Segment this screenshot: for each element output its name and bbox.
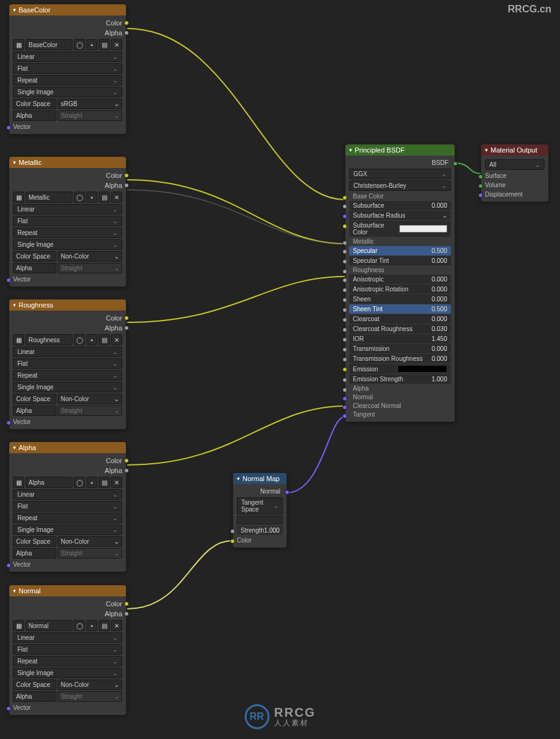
users-icon[interactable]: ◯	[74, 334, 85, 345]
output-color[interactable]: Color	[9, 456, 126, 466]
interpolation-dropdown[interactable]: Linear⌄	[13, 51, 122, 62]
input-subsurfRadius[interactable]: Subsurface Radius⌄	[349, 211, 451, 220]
input-tangent[interactable]: Tangent	[349, 410, 451, 418]
image-browse-icon[interactable]: ▦	[13, 334, 24, 345]
alpha-dropdown[interactable]: Straight⌄	[58, 110, 122, 121]
colorspace-dropdown[interactable]: Non-Color⌄	[58, 394, 122, 404]
unlink-icon[interactable]: ✕	[111, 334, 122, 345]
input-trans[interactable]: Transmission0.000	[349, 344, 451, 353]
input-sheenTint[interactable]: Sheen Tint0.500	[349, 304, 451, 314]
interpolation-dropdown[interactable]: Linear⌄	[13, 347, 122, 357]
input-baseColor[interactable]: Base Color	[349, 192, 451, 200]
node-image-texture-normal[interactable]: ▾ Normal Color Alpha ▦ Normal ◯ ▪ ▤ ✕ Li…	[9, 585, 127, 715]
alpha-dropdown[interactable]: Straight⌄	[58, 263, 122, 273]
collapse-icon[interactable]: ▾	[13, 588, 16, 594]
output-alpha[interactable]: Alpha	[9, 323, 126, 333]
users-icon[interactable]: ◯	[74, 192, 85, 203]
input-ior[interactable]: IOR1.450	[349, 334, 451, 343]
open-file-icon[interactable]: ▤	[99, 334, 110, 345]
open-file-icon[interactable]: ▤	[99, 39, 110, 50]
source-dropdown[interactable]: Single Image⌄	[13, 239, 122, 250]
output-color[interactable]: Color	[9, 313, 126, 323]
input-anisoRot[interactable]: Anisotropic Rotation0.000	[349, 285, 451, 294]
extension-dropdown[interactable]: Repeat⌄	[13, 75, 122, 86]
output-normal[interactable]: Normal	[233, 487, 287, 496]
interpolation-dropdown[interactable]: Linear⌄	[13, 204, 122, 215]
colorspace-dropdown[interactable]: Non-Color⌄	[58, 251, 122, 262]
input-vector[interactable]: Vector	[9, 275, 126, 284]
alpha-dropdown[interactable]: Straight⌄	[58, 548, 122, 559]
output-color[interactable]: Color	[9, 18, 126, 28]
input-rough[interactable]: Roughness	[349, 266, 451, 274]
input-transRough[interactable]: Transmission Roughness0.000	[349, 354, 451, 363]
node-header[interactable]: ▾ Roughness	[9, 299, 126, 311]
output-alpha[interactable]: Alpha	[9, 466, 126, 476]
extension-dropdown[interactable]: Repeat⌄	[13, 228, 122, 238]
collapse-icon[interactable]: ▾	[13, 7, 16, 13]
source-dropdown[interactable]: Single Image⌄	[13, 382, 122, 392]
projection-dropdown[interactable]: Flat⌄	[13, 358, 122, 369]
target-dropdown[interactable]: All⌄	[485, 159, 544, 170]
fake-user-icon[interactable]: ▪	[86, 39, 97, 50]
extension-dropdown[interactable]: Repeat⌄	[13, 513, 122, 523]
unlink-icon[interactable]: ✕	[111, 192, 122, 203]
image-browse-icon[interactable]: ▦	[13, 477, 24, 488]
input-displacement[interactable]: Displacement	[481, 190, 548, 199]
input-clearRough[interactable]: Clearcoat Roughness0.030	[349, 324, 451, 334]
image-name-field[interactable]: Normal	[25, 620, 73, 631]
distribution-dropdown[interactable]: GGX⌄	[349, 169, 451, 179]
source-dropdown[interactable]: Single Image⌄	[13, 524, 122, 535]
users-icon[interactable]: ◯	[74, 39, 85, 50]
output-alpha[interactable]: Alpha	[9, 180, 126, 190]
input-vector[interactable]: Vector	[9, 703, 126, 712]
fake-user-icon[interactable]: ▪	[86, 477, 97, 488]
projection-dropdown[interactable]: Flat⌄	[13, 501, 122, 511]
fake-user-icon[interactable]: ▪	[86, 334, 97, 345]
node-principled-bsdf[interactable]: ▾ Principled BSDF BSDF GGX⌄ Christensen-…	[345, 144, 455, 422]
input-vector[interactable]: Vector	[9, 122, 126, 131]
alpha-dropdown[interactable]: Straight⌄	[58, 691, 122, 702]
extension-dropdown[interactable]: Repeat⌄	[13, 370, 122, 381]
colorspace-dropdown[interactable]: sRGB⌄	[58, 99, 122, 109]
input-clear[interactable]: Clearcoat0.000	[349, 314, 451, 324]
space-dropdown[interactable]: Tangent Space⌄	[237, 497, 283, 515]
interpolation-dropdown[interactable]: Linear⌄	[13, 632, 122, 643]
collapse-icon[interactable]: ▾	[13, 445, 16, 451]
input-subsurf[interactable]: Subsurface0.000	[349, 201, 451, 210]
input-color[interactable]: Color	[233, 536, 287, 545]
collapse-icon[interactable]: ▾	[349, 147, 352, 153]
image-name-field[interactable]: BaseColor	[25, 39, 73, 50]
input-emitStr[interactable]: Emission Strength1.000	[349, 374, 451, 384]
node-header[interactable]: ▾ Alpha	[9, 442, 126, 453]
source-dropdown[interactable]: Single Image⌄	[13, 668, 122, 678]
image-browse-icon[interactable]: ▦	[13, 192, 24, 203]
collapse-icon[interactable]: ▾	[13, 302, 16, 308]
input-aniso[interactable]: Anisotropic0.000	[349, 275, 451, 284]
output-alpha[interactable]: Alpha	[9, 28, 126, 38]
input-ccNormal[interactable]: Clearcoat Normal	[349, 402, 451, 410]
uvmap-field[interactable]	[237, 516, 283, 524]
input-volume[interactable]: Volume	[481, 180, 548, 190]
input-emit[interactable]: Emission	[349, 364, 451, 374]
node-image-texture-metallic[interactable]: ▾ Metallic Color Alpha ▦ Metallic ◯ ▪ ▤ …	[9, 156, 127, 287]
input-normalIn[interactable]: Normal	[349, 393, 451, 401]
input-metal[interactable]: Metallic	[349, 237, 451, 246]
colorspace-dropdown[interactable]: Non-Color⌄	[58, 536, 122, 547]
users-icon[interactable]: ◯	[74, 477, 85, 488]
collapse-icon[interactable]: ▾	[237, 476, 240, 482]
strength-slider[interactable]: Strength 1.000	[237, 526, 283, 535]
node-header[interactable]: ▾ Normal	[9, 585, 126, 596]
extension-dropdown[interactable]: Repeat⌄	[13, 656, 122, 666]
interpolation-dropdown[interactable]: Linear⌄	[13, 489, 122, 500]
colorspace-dropdown[interactable]: Non-Color⌄	[58, 679, 122, 690]
open-file-icon[interactable]: ▤	[99, 192, 110, 203]
output-color[interactable]: Color	[9, 170, 126, 180]
unlink-icon[interactable]: ✕	[111, 39, 122, 50]
fake-user-icon[interactable]: ▪	[86, 192, 97, 203]
output-bsdf[interactable]: BSDF	[345, 158, 455, 167]
source-dropdown[interactable]: Single Image⌄	[13, 87, 122, 97]
input-spec[interactable]: Specular0.500	[349, 246, 451, 255]
node-image-texture-alpha[interactable]: ▾ Alpha Color Alpha ▦ Alpha ◯ ▪ ▤ ✕ Line…	[9, 441, 127, 572]
collapse-icon[interactable]: ▾	[13, 159, 16, 166]
sss-method-dropdown[interactable]: Christensen-Burley⌄	[349, 180, 451, 191]
